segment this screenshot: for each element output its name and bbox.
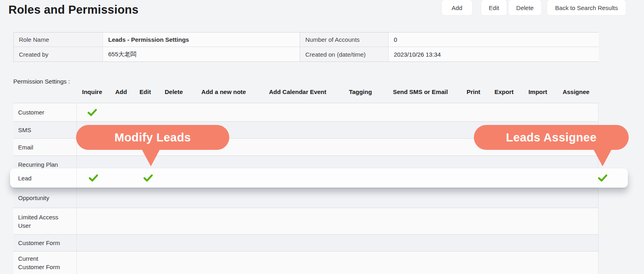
- column-header-edit: Edit: [140, 88, 151, 95]
- info-value-created-on-date-time: 2023/10/26 13:34: [389, 47, 599, 61]
- column-header-inquire: Inquire: [82, 88, 102, 95]
- callout-leads-assignee: Leads Assignee: [474, 125, 629, 150]
- row-label-customer-form: Customer Form: [13, 239, 62, 247]
- check-icon: [143, 174, 153, 182]
- check-icon: [597, 174, 608, 182]
- check-icon: [87, 108, 97, 117]
- permission-row-lead: Lead: [10, 168, 628, 188]
- check-icon: [88, 174, 99, 182]
- column-header-assignee: Assignee: [563, 88, 590, 95]
- permission-row-customer-form: Customer Form: [13, 234, 599, 251]
- row-label-current-customer-form: Current Customer Form: [13, 254, 62, 271]
- row-label-opportunity: Opportunity: [13, 194, 62, 202]
- info-label-role-name: Role Name: [14, 33, 103, 47]
- column-header-print: Print: [467, 88, 480, 95]
- info-value-number-of-accounts: 0: [389, 33, 599, 47]
- column-header-send-sms-or-email: Send SMS or Email: [393, 88, 448, 95]
- permission-row-limited-access-user: Limited Access User: [13, 208, 599, 234]
- permission-row-current-customer-form: Current Customer Form: [13, 251, 599, 274]
- toolbar-button-delete[interactable]: Delete: [508, 0, 541, 15]
- info-value-created-by: 655大老闆: [103, 47, 300, 61]
- info-value-role-name: Leads - Permission Settings: [103, 33, 300, 47]
- permission-settings-label: Permission Settings :: [13, 78, 70, 85]
- permission-row-customer: Customer: [13, 103, 599, 121]
- info-label-number-of-accounts: Number of Accounts: [300, 33, 389, 47]
- callout-pointer-down-icon: [593, 149, 612, 166]
- toolbar: AddEditDeleteBack to Search Results: [0, 0, 644, 16]
- toolbar-button-edit[interactable]: Edit: [481, 0, 507, 15]
- row-label-email: Email: [13, 143, 62, 151]
- column-header-export: Export: [494, 88, 514, 95]
- row-label-recurring-plan: Recurring Plan: [13, 160, 62, 169]
- row-label-customer: Customer: [13, 108, 62, 117]
- row-label-limited-access-user: Limited Access User: [13, 213, 62, 230]
- roles-permissions-page: Roles and Permissions AddEditDeleteBack …: [0, 0, 644, 274]
- column-header-delete: Delete: [165, 88, 183, 95]
- permission-columns: InquireAddEditDeleteAdd a new noteAdd Ca…: [0, 88, 644, 100]
- column-header-add-calendar-event: Add Calendar Event: [269, 88, 327, 95]
- callout-modify-leads: Modify Leads: [76, 125, 229, 150]
- callout-modify-leads-text: Modify Leads: [114, 131, 191, 144]
- column-header-tagging: Tagging: [349, 88, 372, 95]
- toolbar-button-back-to-search-results[interactable]: Back to Search Results: [547, 0, 626, 15]
- toolbar-button-add[interactable]: Add: [442, 0, 472, 15]
- column-header-add-a-new-note: Add a new note: [202, 88, 246, 95]
- column-header-import: Import: [529, 88, 547, 95]
- info-label-created-by: Created by: [14, 47, 103, 61]
- role-info-table: Role NameLeads - Permission SettingsNumb…: [13, 32, 599, 62]
- column-header-add: Add: [115, 88, 127, 95]
- callout-pointer-down-icon: [142, 149, 160, 166]
- row-label-sms: SMS: [13, 126, 62, 134]
- row-label-lead: Lead: [10, 174, 62, 182]
- permission-row-opportunity: Opportunity: [13, 188, 599, 208]
- callout-leads-assignee-text: Leads Assignee: [506, 131, 597, 144]
- info-label-created-on-date-time: Created on (date/time): [300, 47, 389, 61]
